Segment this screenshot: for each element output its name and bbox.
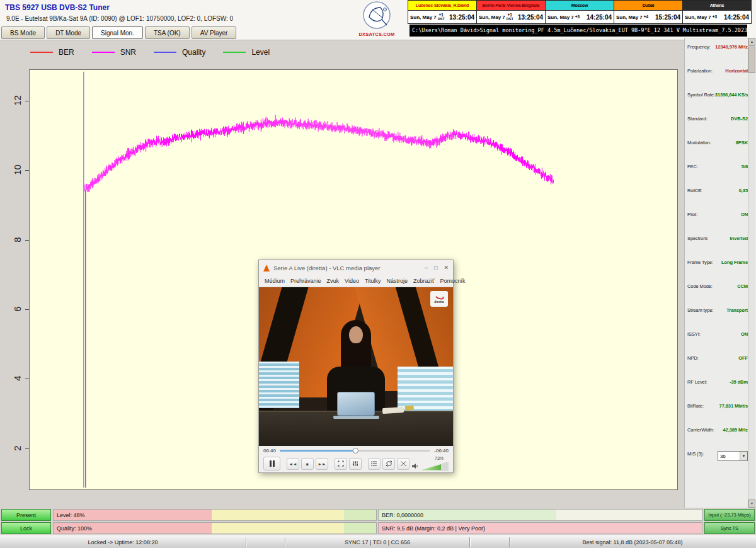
close-button[interactable]: ✕ [444, 265, 449, 271]
y-tick-label: 6 [12, 301, 23, 316]
uptime-status: Locked -> Uptime: 12:08:20 [0, 536, 246, 548]
tab-tsa[interactable]: TSA (OK) [145, 26, 190, 39]
clock-time-row: Sun, May 7 +3 14:25:04 [546, 11, 614, 23]
previous-button[interactable]: ◄◄ [287, 458, 299, 470]
clock-time-row: Sun, May 7 +1DST 13:25:04 [408, 11, 476, 23]
clock-city: Moscow [546, 1, 614, 11]
present-indicator: Present [1, 509, 51, 521]
vlc-cone-icon [263, 265, 270, 271]
menu-audio[interactable]: Zvuk [327, 278, 340, 284]
clock-time: 15:25:04 [655, 14, 680, 21]
controls-row: ◄◄ ■ ►► 73% [259, 455, 453, 472]
next-button[interactable]: ►► [316, 458, 328, 470]
menu-medium[interactable]: Médium [265, 278, 285, 284]
param-row-carrierwidth: CarrierWidth:42,385 MHz [687, 426, 748, 450]
window-controls: – □ ✕ [425, 265, 449, 271]
video-frame[interactable]: diretta [259, 287, 453, 446]
y-tick-label: 4 [12, 371, 23, 386]
tab-bs-mode[interactable]: BS Mode [1, 26, 45, 39]
param-list: Frequency:12340,976 MHz Polarization:Hor… [687, 43, 748, 474]
menu-view[interactable]: Zobraziť [413, 278, 434, 284]
param-row-fec: FEC:5/6 [687, 163, 748, 186]
dxsatcs-logo: DXSATCS.COM [357, 1, 397, 40]
quality-line-swatch [154, 52, 176, 53]
scroll-up-arrow-icon[interactable]: ▲ [748, 38, 755, 46]
seek-slider[interactable] [280, 450, 430, 452]
statusbar-divider [509, 537, 510, 547]
clock-time: 14:25:04 [587, 14, 612, 21]
param-row-mis: MIS (3): 36▼ [687, 450, 748, 474]
seek-handle[interactable] [353, 448, 358, 454]
clock-city: Lučenec-Slovakia_R.Dávid [408, 1, 476, 11]
legend-item-quality: Quality [154, 48, 205, 57]
satellite-dish-icon [359, 1, 394, 31]
tab-av-player[interactable]: AV Player [192, 26, 237, 39]
loop-button[interactable] [382, 458, 395, 470]
world-clocks: Lučenec-Slovakia_R.Dávid Sun, May 7 +1DS… [408, 0, 752, 24]
param-row-rolloff: RollOff:0,35 [687, 186, 748, 210]
y-tick-label: 10 [12, 163, 23, 178]
mis-select[interactable]: 36▼ [718, 451, 748, 461]
scrollbar-thumb[interactable] [748, 47, 755, 73]
param-row-pilot: Pilot:ON [687, 210, 748, 234]
console-window[interactable]: C:\Users\Roman Dávid>Signal monitoring_P… [410, 25, 747, 37]
clock-berlin: Berlin-Paris-Vienna-Belgrade Sun, May 7 … [476, 0, 546, 24]
chevron-down-icon[interactable]: ▼ [740, 452, 747, 460]
equalizer-icon [352, 460, 358, 467]
scroll-down-arrow-icon[interactable]: ▼ [748, 499, 755, 508]
param-row-npd: NPD:OFF [687, 354, 748, 378]
stop-button[interactable]: ■ [301, 458, 314, 470]
clock-utc-offset: +3 [713, 15, 717, 20]
y-tick [25, 170, 29, 171]
statusbar-divider [246, 537, 247, 547]
ber-line-swatch [30, 52, 53, 53]
volume-remainder [441, 462, 449, 471]
seek-row: 06:40 -06:40 [259, 446, 453, 455]
clock-utc-offset: +3 [575, 15, 580, 20]
clock-time-row: Sun, May 7 +3 14:25:04 [683, 11, 751, 23]
fullscreen-button[interactable] [335, 458, 347, 470]
param-row-symbol-rate: Symbol Rate:31396,844 KS/s [687, 91, 748, 115]
logo-caption: DXSATCS.COM [357, 31, 397, 37]
clock-date: Sun, May 7 [479, 14, 505, 20]
maximize-button[interactable]: □ [434, 265, 437, 271]
vlc-menubar: Médium Prehrávanie Zvuk Video Titulky Ná… [259, 275, 453, 287]
y-tick-label: 12 [12, 93, 23, 108]
input-bitrate-box: Input (~23,73 Mbps) [704, 509, 755, 521]
channel-logo-caption: diretta [434, 300, 444, 304]
tab-dt-mode[interactable]: DT Mode [47, 26, 90, 39]
legend-label: Quality [182, 48, 205, 57]
clock-time-row: Sun, May 7 +4 15:25:04 [614, 11, 682, 23]
pause-icon [270, 460, 272, 467]
legend-item-ber: BER [30, 48, 74, 57]
sidebar-scrollbar[interactable]: ▲ ▼ [748, 38, 755, 508]
legend-item-snr: SNR [92, 48, 136, 57]
snr-trace [85, 115, 554, 192]
menu-subtitles[interactable]: Titulky [365, 278, 381, 284]
extended-settings-button[interactable] [349, 458, 362, 470]
clock-time: 13:25:04 [518, 14, 543, 21]
shuffle-button[interactable] [397, 458, 410, 470]
minimize-button[interactable]: – [425, 265, 428, 271]
menu-help[interactable]: Pomocník [440, 278, 466, 284]
param-row-standard: Standard:DVB-S2 [687, 115, 748, 139]
y-tick [25, 379, 29, 379]
pause-button[interactable] [263, 457, 280, 471]
vlc-titlebar[interactable]: Serie A Live (diretta) - VLC media playe… [259, 260, 453, 275]
legend-label: Level [251, 48, 270, 57]
volume-slider[interactable] [421, 462, 449, 471]
level-bar: Level: 48% [53, 509, 377, 521]
legend-item-level: Level [223, 48, 270, 57]
menu-tools[interactable]: Nástroje [387, 278, 408, 284]
status-row-1: Present Level: 48% BER: 0,0000000 Input … [0, 509, 756, 521]
chart-legend: BER SNR Quality Level [30, 48, 270, 57]
tab-signal-mon[interactable]: Signal Mon. [92, 26, 143, 39]
playlist-button[interactable] [368, 458, 381, 470]
quality-bar: Quality: 100% [53, 522, 377, 534]
y-tick [25, 240, 29, 241]
y-tick-label: 8 [12, 232, 23, 247]
statusbar: Locked -> Uptime: 12:08:20 SYNC 17 | TEI… [0, 535, 756, 548]
menu-video[interactable]: Video [345, 278, 359, 284]
time-elapsed: 06:40 [263, 448, 276, 454]
menu-playback[interactable]: Prehrávanie [290, 278, 321, 284]
